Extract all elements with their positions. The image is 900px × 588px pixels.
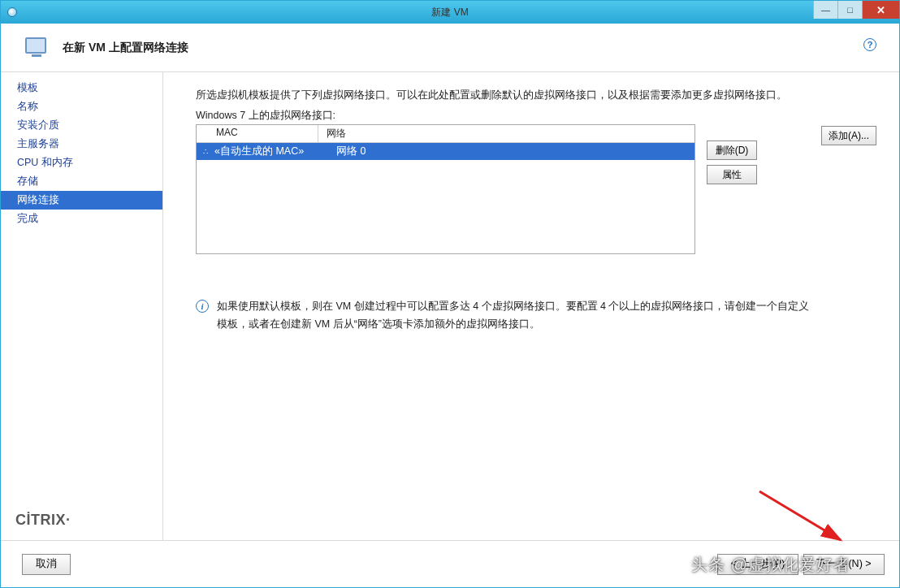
col-mac[interactable]: MAC <box>197 125 318 142</box>
close-button[interactable]: ✕ <box>862 1 899 19</box>
vm-icon <box>25 37 48 58</box>
nic-row[interactable]: ∴ «自动生成的 MAC» 网络 0 <box>197 143 694 160</box>
step-install[interactable]: 安装介质 <box>1 116 162 135</box>
app-icon <box>7 7 17 17</box>
page-subtitle: 在新 VM 上配置网络连接 <box>63 41 188 55</box>
list-label: Windows 7 上的虚拟网络接口: <box>196 109 876 123</box>
step-storage[interactable]: 存储 <box>1 172 162 191</box>
network-row: MAC 网络 ∴ «自动生成的 MAC» 网络 0 删除(D) 属性 <box>196 124 876 254</box>
info-icon: i <box>196 300 209 313</box>
wizard-body: 模板 名称 安装介质 主服务器 CPU 和内存 存储 网络连接 完成 CİTRI… <box>1 72 899 540</box>
window-frame: 新建 VM — □ ✕ 在新 VM 上配置网络连接 ? 模板 名称 安装介质 主… <box>0 0 900 588</box>
nic-icon: ∴ <box>197 147 214 156</box>
info-block: i 如果使用默认模板，则在 VM 创建过程中可以配置多达 4 个虚拟网络接口。要… <box>196 298 813 334</box>
nic-network: 网络 0 <box>336 145 694 158</box>
step-cpu-mem[interactable]: CPU 和内存 <box>1 153 162 172</box>
add-button[interactable]: 添加(A)... <box>821 126 876 145</box>
nic-side-buttons: 删除(D) 属性 <box>707 141 757 184</box>
help-icon[interactable]: ? <box>863 38 876 51</box>
brand-logo: CİTRIX· <box>1 512 162 540</box>
wizard-steps: 模板 名称 安装介质 主服务器 CPU 和内存 存储 网络连接 完成 <box>1 79 162 512</box>
minimize-button[interactable]: — <box>813 1 837 19</box>
step-template[interactable]: 模板 <box>1 79 162 97</box>
wizard-footer: 取消 < 上一步(P) 下一步(N) > <box>1 540 899 587</box>
titlebar[interactable]: 新建 VM — □ ✕ <box>1 1 899 24</box>
step-homeserver[interactable]: 主服务器 <box>1 135 162 153</box>
step-network[interactable]: 网络连接 <box>1 191 162 210</box>
nic-mac: «自动生成的 MAC» <box>214 145 336 158</box>
window-title: 新建 VM <box>431 6 468 19</box>
properties-button[interactable]: 属性 <box>707 165 757 184</box>
delete-button[interactable]: 删除(D) <box>707 141 757 160</box>
step-finish[interactable]: 完成 <box>1 210 162 228</box>
info-text: 如果使用默认模板，则在 VM 创建过程中可以配置多达 4 个虚拟网络接口。要配置… <box>217 298 813 334</box>
next-button[interactable]: 下一步(N) > <box>803 554 885 575</box>
intro-text: 所选虚拟机模板提供了下列虚拟网络接口。可以在此处配置或删除默认的虚拟网络接口，以… <box>196 87 837 104</box>
window-controls: — □ ✕ <box>813 1 899 19</box>
step-name[interactable]: 名称 <box>1 97 162 116</box>
wizard-header: 在新 VM 上配置网络连接 ? <box>1 24 899 72</box>
prev-button[interactable]: < 上一步(P) <box>717 554 798 575</box>
wizard-sidebar: 模板 名称 安装介质 主服务器 CPU 和内存 存储 网络连接 完成 CİTRI… <box>1 72 163 540</box>
col-network[interactable]: 网络 <box>318 125 694 142</box>
nic-columns: MAC 网络 <box>197 125 694 143</box>
cancel-button[interactable]: 取消 <box>22 554 71 575</box>
wizard-main: 所选虚拟机模板提供了下列虚拟网络接口。可以在此处配置或删除默认的虚拟网络接口，以… <box>163 72 899 540</box>
nic-listbox[interactable]: MAC 网络 ∴ «自动生成的 MAC» 网络 0 <box>196 124 695 254</box>
maximize-button[interactable]: □ <box>837 1 862 19</box>
